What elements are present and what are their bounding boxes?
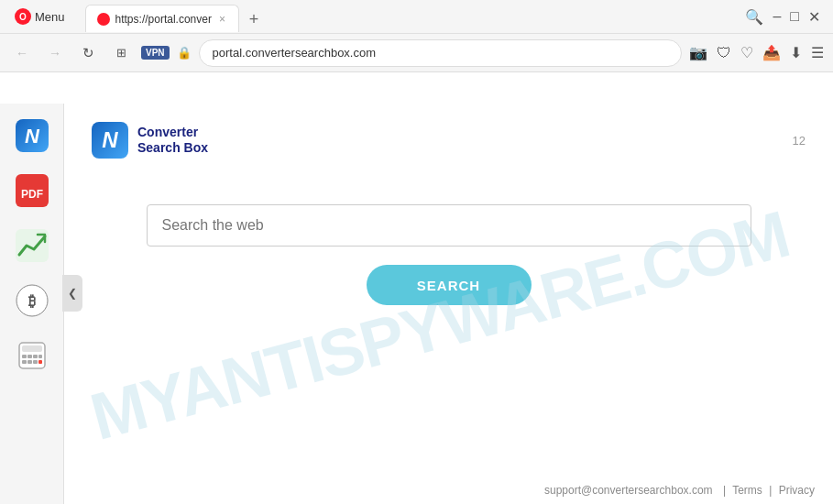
address-input[interactable] — [199, 39, 682, 67]
search-button[interactable]: SEARCH — [367, 265, 532, 305]
opera-menu[interactable]: O Menu — [7, 5, 72, 28]
settings-icon[interactable]: ☰ — [811, 44, 824, 61]
heart-icon[interactable]: ♡ — [740, 44, 753, 61]
sidebar: N PDF ₿ — [0, 104, 64, 504]
sidebar-item-pdf[interactable]: PDF — [14, 172, 50, 209]
minimize-button[interactable]: – — [773, 8, 781, 26]
camera-icon[interactable]: 📷 — [689, 44, 707, 61]
back-button[interactable]: ← — [9, 40, 35, 66]
site-logo: N Converter Search Box — [92, 122, 208, 159]
svg-text:N: N — [25, 125, 40, 148]
svg-rect-10 — [27, 355, 32, 358]
footer-privacy-link[interactable]: Privacy — [779, 484, 815, 497]
footer-email[interactable]: support@convertersearchbox.com — [544, 484, 713, 497]
sidebar-item-opera[interactable]: N — [14, 117, 50, 154]
svg-text:PDF: PDF — [21, 188, 43, 201]
search-section: SEARCH — [64, 177, 833, 323]
tab-bar: https://portal.conver × + — [78, 1, 740, 32]
vpn-badge[interactable]: VPN — [141, 46, 170, 60]
svg-rect-14 — [27, 360, 32, 364]
close-button[interactable]: ✕ — [808, 8, 820, 26]
share-icon[interactable]: 📤 — [762, 44, 781, 61]
svg-rect-9 — [22, 355, 27, 358]
forward-button[interactable]: → — [42, 40, 68, 66]
search-input[interactable] — [147, 204, 751, 247]
reload-button[interactable]: ↻ — [75, 40, 101, 66]
restore-button[interactable]: □ — [790, 8, 799, 26]
footer-separator-1: | — [723, 484, 726, 497]
tab-title: https://portal.conver — [115, 13, 212, 26]
lock-icon: 🔒 — [177, 46, 192, 60]
opera-logo-icon: O — [15, 8, 31, 25]
svg-rect-13 — [22, 360, 27, 364]
footer: support@convertersearchbox.com | Terms |… — [541, 484, 815, 497]
menu-label: Menu — [35, 10, 65, 24]
sidebar-toggle-button[interactable]: ❮ — [62, 275, 82, 312]
window-controls: 🔍 – □ ✕ — [745, 8, 826, 26]
tab-close-button[interactable]: × — [217, 13, 227, 26]
tab-favicon-icon — [97, 13, 110, 26]
logo-text: Converter Search Box — [137, 125, 208, 156]
footer-terms-link[interactable]: Terms — [732, 484, 762, 497]
sidebar-item-calculator[interactable] — [14, 337, 50, 374]
search-input-wrapper — [147, 204, 751, 247]
sidebar-item-trend[interactable] — [14, 227, 50, 264]
page-header: N Converter Search Box 12 — [64, 104, 833, 177]
svg-rect-16 — [38, 360, 42, 364]
toolbar-icons: 📷 🛡 ♡ 📤 ⬇ ☰ — [689, 44, 824, 61]
grid-view-button[interactable]: ⊞ — [108, 40, 134, 66]
search-icon[interactable]: 🔍 — [745, 8, 763, 26]
page-content: N Converter Search Box 12 SEARCH support… — [64, 104, 833, 504]
small-n-icon: N — [92, 122, 128, 159]
svg-rect-11 — [33, 355, 38, 358]
sidebar-item-bitcoin[interactable]: ₿ — [14, 282, 50, 319]
title-bar: O Menu https://portal.conver × + 🔍 – □ ✕ — [0, 0, 833, 33]
svg-rect-12 — [38, 355, 42, 358]
new-tab-button[interactable]: + — [241, 6, 267, 32]
svg-rect-8 — [22, 345, 42, 352]
shield-icon[interactable]: 🛡 — [717, 45, 731, 61]
download-icon[interactable]: ⬇ — [790, 44, 802, 61]
active-tab[interactable]: https://portal.conver × — [85, 5, 239, 32]
address-bar-row: ← → ↻ ⊞ VPN 🔒 📷 🛡 ♡ 📤 ⬇ ☰ — [0, 33, 833, 71]
corner-number: 12 — [793, 134, 806, 148]
svg-text:N: N — [102, 127, 118, 152]
svg-text:₿: ₿ — [28, 293, 36, 309]
footer-separator-2: | — [769, 484, 772, 497]
svg-rect-15 — [33, 360, 38, 364]
